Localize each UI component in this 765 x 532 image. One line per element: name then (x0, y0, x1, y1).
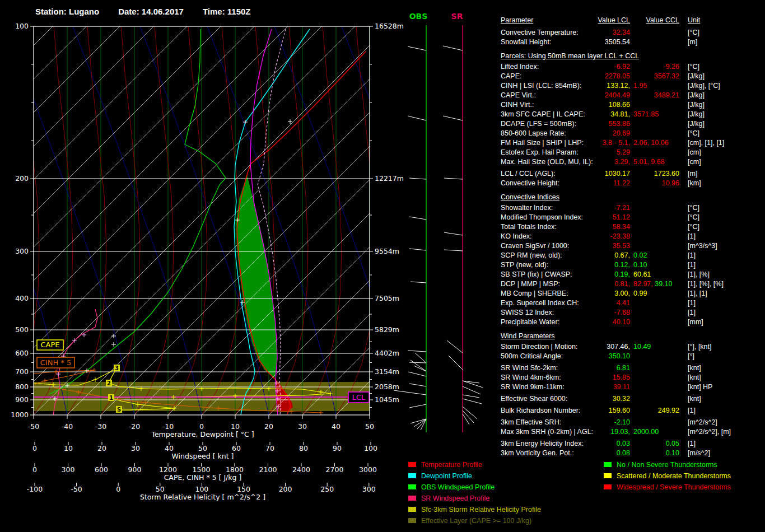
table-row: Max. Hail Size (OLD, MU, IL):3.29,5.01, … (501, 157, 765, 166)
table-row: Convective Height:11.2210.96[km] (501, 179, 765, 188)
isotherm (134, 26, 498, 415)
wind-barb (409, 217, 426, 220)
table-row: CINH | LSI (LCL: 854mB):133.12,1.95[J/kg… (501, 81, 765, 90)
table-row: Convective Temperature:32.34[°C] (501, 28, 765, 37)
legend-label: Dewpoint Profile (421, 472, 472, 480)
altitude-tick-label: 1045m (375, 395, 399, 404)
sr-column-label: SR (451, 12, 463, 21)
sounding-app-window: Station: LuganoDate: 14.06.2017Time: 115… (0, 0, 765, 532)
cinh-label: CINH * 5 (40, 358, 71, 367)
srh-axis-tick-label: 200 (279, 485, 292, 493)
temperature-axis-tick-label: 40 (332, 422, 340, 431)
isotherm (0, 26, 355, 415)
pressure-tick-label: 500 (15, 325, 29, 334)
temperature-axis-tick-label: 50 (365, 422, 374, 431)
table-row: 3km SFC CAPE | IL CAPE:34.81,3571.85[J/k… (501, 110, 765, 119)
wind-barb (408, 351, 426, 352)
table-row: STP (new, old):0.12,0.10[1] (501, 260, 765, 269)
height-box-label: 3 (115, 365, 119, 371)
temperature-axis-tick-label: 0 (199, 422, 204, 431)
table-row: MB Comp | SHERBE:3.00,0.99[1], [1] (501, 289, 765, 298)
legend-label: SR Windspeed Profile (421, 494, 489, 502)
table-row: LCL / CCL (AGL):1030.171723.60[m] (501, 169, 765, 178)
table-row: Modified Thompson Index:51.12[°C] (501, 213, 765, 222)
cape-axis-tick-label: 1200 (159, 465, 177, 474)
table-row: SB STP (fix) | CWASP:0.19,60.61[1], [%] (501, 270, 765, 279)
legend-swatch (408, 518, 416, 523)
legend-swatch (604, 462, 612, 467)
legend-swatch (604, 484, 612, 489)
srh-axis-tick-label: -100 (27, 485, 43, 493)
altitude-tick-label: 4402m (375, 349, 399, 357)
isotherm (0, 26, 86, 415)
table-row: KO Index:-23.38[1] (501, 232, 765, 241)
table-row: Max 3km SRH (0-2km) | AGL:19.03,2000.00[… (501, 427, 765, 436)
srh-axis-tick-label: 100 (195, 485, 208, 493)
wind-barb (409, 362, 426, 363)
moist-adiabat (437, 26, 476, 415)
table-row: SR Wind Sfc-2km:6.81[knt] (501, 363, 765, 372)
table-row: 3km Vorticity Gen. Pot.:0.080.10[m/s^2] (501, 449, 765, 458)
srh-axis-tick-label: -50 (71, 485, 82, 493)
table-row: 850-600 Lapse Rate:20.69[°C] (501, 129, 765, 138)
table-row: 500m Critical Angle:350.10[°] (501, 352, 765, 361)
wind-barb (444, 250, 463, 251)
wind-barb (463, 399, 482, 404)
windspeed-axis-tick-label: 40 (165, 444, 174, 452)
wind-barb (408, 46, 426, 50)
isotherm (168, 26, 498, 415)
height-box-label: 1 (109, 395, 113, 401)
wind-barb (447, 340, 463, 353)
legend-swatch (408, 484, 416, 489)
cape-axis-tick-label: 900 (128, 465, 142, 474)
windspeed-axis-tick-label: 70 (265, 444, 274, 452)
windspeed-axis-tick-label: 100 (364, 444, 377, 452)
wind-barb (394, 390, 426, 395)
temperature-axis-axis-title: Temperature, Dewpoint [ °C ] (151, 430, 254, 438)
temperature-axis-tick-label: -20 (129, 422, 140, 431)
temperature-axis-tick-label: 10 (231, 422, 240, 431)
srh-axis-tick-label: 300 (362, 485, 376, 493)
table-row: Bulk Richardson Number:159.60249.92[1] (501, 406, 765, 415)
isotherm (0, 26, 221, 415)
altitude-tick-label: 3154m (375, 367, 399, 376)
wind-barb (408, 372, 426, 376)
srh-axis-tick-label: 150 (237, 485, 250, 493)
temperature-axis-tick-label: -10 (162, 422, 174, 431)
legend-label: Sfc-3km Storm Relative Helicity Profile (421, 506, 541, 514)
pressure-tick-label: 800 (15, 382, 29, 391)
windspeed-axis-tick-label: 50 (198, 444, 207, 452)
table-row: CAPE:2278.053567.32[J/kg] (501, 72, 765, 81)
table-row: Storm Direction | Motion:307.46,10.49[°]… (501, 342, 765, 351)
height-box-label: S (117, 407, 121, 413)
legend-swatch (408, 473, 416, 478)
windspeed-axis-tick-label: 0 (32, 444, 37, 452)
table-row: DCP | MMP | MSP:0.81,82.97, 39.10[1], [%… (501, 279, 765, 288)
legend-profiles-item: Dewpoint Profile (408, 473, 472, 484)
windspeed-axis-tick-label: 20 (97, 444, 106, 452)
isotherm (302, 26, 498, 415)
windspeed-axis-tick-label: 30 (131, 444, 140, 452)
table-row: Showalter Index:-7.21[°C] (501, 203, 765, 212)
legend-profiles-item: Temperature Profile (408, 461, 482, 473)
table-row: Estofex Exp. Hail Param:5.29[cm] (501, 148, 765, 157)
table-row: Parcels: Using 50mB mean layer LCL + CCL (501, 52, 765, 60)
altitude-tick-label: 16528m (375, 22, 404, 30)
temperature-axis-tick-label: 20 (264, 422, 273, 431)
table-row: 3km Effective SRH:-2.10[m^2/s^2] (501, 418, 765, 427)
wind-barb (409, 404, 426, 408)
moist-adiabat (403, 26, 442, 415)
windspeed-axis-tick-label: 80 (299, 444, 308, 452)
pressure-tick-label: 900 (15, 395, 29, 404)
windspeed-axis-tick-label: 90 (333, 444, 342, 452)
legend-swatch (604, 473, 612, 478)
legend-swatch (408, 507, 416, 512)
legend-label: Temperature Profile (421, 461, 482, 469)
table-row: SR Wind 4km-6km:15.85[knt] (501, 373, 765, 382)
wind-barb (463, 386, 481, 394)
isotherm (336, 26, 498, 415)
srh-axis-axis-title: Storm Relative Helicity [ m^2/s^2 ] (140, 493, 265, 501)
table-row: CINH Virt.:108.66[J/kg] (501, 100, 765, 109)
srh-axis-tick-label: 0 (116, 485, 120, 493)
temperature-axis-tick-label: 30 (298, 422, 307, 431)
